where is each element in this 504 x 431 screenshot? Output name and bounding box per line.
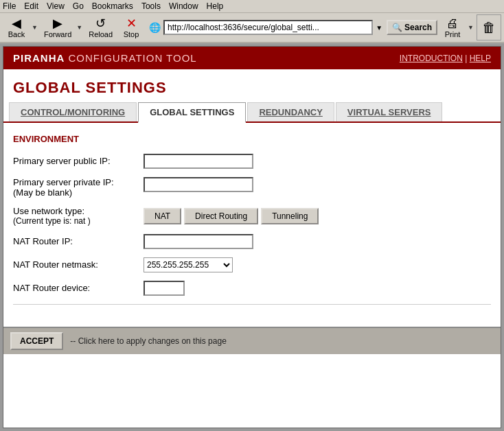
logo-rest: CONFIGURATION TOOL (65, 52, 196, 64)
back-button[interactable]: ◀ Back (3, 15, 30, 40)
address-bar: 🌐 ▼ (149, 20, 382, 35)
tunneling-button[interactable]: Tunneling (261, 208, 319, 224)
nat-router-ip-row: NAT Router IP: (13, 234, 491, 249)
nat-router-netmask-row: NAT Router netmask: 255.255.255.255255.2… (13, 257, 491, 272)
page-content: PIRANHA CONFIGURATION TOOL INTRODUCTION … (0, 43, 504, 431)
form-area: ENVIRONMENT Primary server public IP: Pr… (3, 123, 501, 327)
address-input[interactable] (163, 20, 373, 35)
nat-router-device-row: NAT Router device: (13, 281, 491, 296)
menu-tools[interactable]: Tools (141, 1, 161, 11)
forward-label: Forward (44, 30, 71, 38)
print-group: 🖨 Print ▼ (439, 15, 475, 40)
page-title-bar: GLOBAL SETTINGS (3, 69, 501, 102)
reload-label: Reload (89, 30, 113, 38)
forward-group: ▶ Forward ▼ (41, 15, 84, 40)
primary-private-ip-row: Primary server private IP: (May be blank… (13, 177, 491, 198)
print-arrow[interactable]: ▼ (466, 24, 475, 31)
menu-view[interactable]: View (47, 1, 65, 11)
nat-router-netmask-select[interactable]: 255.255.255.255255.255.255.0255.255.0.02… (144, 257, 233, 272)
primary-private-ip-input[interactable] (144, 177, 253, 192)
browser-window: File Edit View Go Bookmarks Tools Window… (0, 0, 504, 431)
print-label: Print (445, 30, 461, 38)
tab-control-monitoring[interactable]: CONTROL/MONITORING (9, 102, 137, 121)
page-title: GLOBAL SETTINGS (13, 79, 491, 97)
nat-button[interactable]: NAT (144, 208, 181, 224)
stop-label: Stop (124, 30, 139, 38)
nat-router-ip-label: NAT Router IP: (13, 234, 144, 246)
accept-button[interactable]: ACCEPT (10, 332, 63, 350)
network-type-current: (Current type is: nat ) (13, 216, 144, 226)
search-icon: 🔍 (392, 23, 402, 32)
search-button[interactable]: 🔍 Search (387, 20, 437, 35)
nat-router-ip-input[interactable] (144, 234, 253, 249)
primary-public-ip-input[interactable] (144, 154, 253, 169)
accept-hint: -- Click here to apply changes on this p… (70, 336, 226, 346)
nat-router-netmask-label: NAT Router netmask: (13, 257, 144, 270)
help-link[interactable]: HELP (470, 54, 491, 63)
forward-button[interactable]: ▶ Forward (41, 15, 75, 40)
toolbar: ◀ Back ▼ ▶ Forward ▼ ↺ Reload ✕ Stop 🌐 ▼ (0, 13, 504, 43)
forward-arrow[interactable]: ▼ (75, 24, 84, 31)
network-type-label-text: Use network type: (13, 206, 144, 216)
back-group: ◀ Back ▼ (3, 15, 39, 40)
back-icon: ◀ (12, 17, 21, 30)
piranha-container: PIRANHA CONFIGURATION TOOL INTRODUCTION … (3, 46, 501, 428)
print-icon: 🖨 (446, 17, 459, 30)
stop-button[interactable]: ✕ Stop (117, 15, 145, 40)
tab-virtual-servers[interactable]: VIRTUAL SERVERS (336, 102, 443, 121)
trash-icon: 🗑 (482, 20, 496, 36)
network-type-row: Use network type: (Current type is: nat … (13, 206, 491, 226)
back-label: Back (8, 30, 25, 38)
bottom-bar: ACCEPT -- Click here to apply changes on… (3, 327, 501, 354)
menu-bar: File Edit View Go Bookmarks Tools Window… (0, 0, 504, 13)
direct-routing-button[interactable]: Direct Routing (184, 208, 258, 224)
link-separator: | (463, 54, 470, 63)
menu-file[interactable]: File (3, 1, 16, 11)
nav-tabs: CONTROL/MONITORING GLOBAL SETTINGS REDUN… (3, 102, 501, 123)
menu-help[interactable]: Help (207, 1, 224, 11)
forward-icon: ▶ (53, 17, 62, 30)
section-title: ENVIRONMENT (13, 134, 491, 144)
header-links: INTRODUCTION | HELP (400, 54, 491, 63)
address-dropdown[interactable]: ▼ (376, 24, 382, 32)
section-divider (13, 304, 491, 305)
trash-button[interactable]: 🗑 (477, 14, 501, 40)
reload-button[interactable]: ↺ Reload (85, 15, 116, 40)
tab-redundancy[interactable]: REDUNDANCY (247, 102, 334, 121)
logo-piranha: PIRANHA (13, 52, 65, 64)
primary-public-ip-row: Primary server public IP: (13, 154, 491, 169)
logo: PIRANHA CONFIGURATION TOOL (13, 52, 197, 64)
menu-bookmarks[interactable]: Bookmarks (92, 1, 133, 11)
primary-private-ip-label-text: Primary server private IP: (13, 177, 144, 187)
menu-go[interactable]: Go (73, 1, 84, 11)
print-button[interactable]: 🖨 Print (439, 15, 466, 40)
network-type-label: Use network type: (Current type is: nat … (13, 206, 144, 226)
piranha-header: PIRANHA CONFIGURATION TOOL INTRODUCTION … (3, 47, 501, 69)
network-type-buttons: NAT Direct Routing Tunneling (144, 208, 319, 224)
nat-router-device-input[interactable] (144, 281, 185, 296)
menu-window[interactable]: Window (169, 1, 198, 11)
stop-icon: ✕ (126, 17, 137, 30)
page-icon: 🌐 (149, 22, 161, 33)
reload-icon: ↺ (95, 17, 106, 30)
nat-router-device-label: NAT Router device: (13, 281, 144, 293)
introduction-link[interactable]: INTRODUCTION (400, 54, 463, 63)
primary-private-ip-label: Primary server private IP: (May be blank… (13, 177, 144, 198)
menu-edit[interactable]: Edit (24, 1, 38, 11)
search-label: Search (404, 23, 432, 32)
tab-global-settings[interactable]: GLOBAL SETTINGS (138, 102, 246, 123)
primary-public-ip-label: Primary server public IP: (13, 154, 144, 166)
primary-private-ip-note: (May be blank) (13, 187, 144, 198)
back-arrow[interactable]: ▼ (30, 24, 39, 31)
